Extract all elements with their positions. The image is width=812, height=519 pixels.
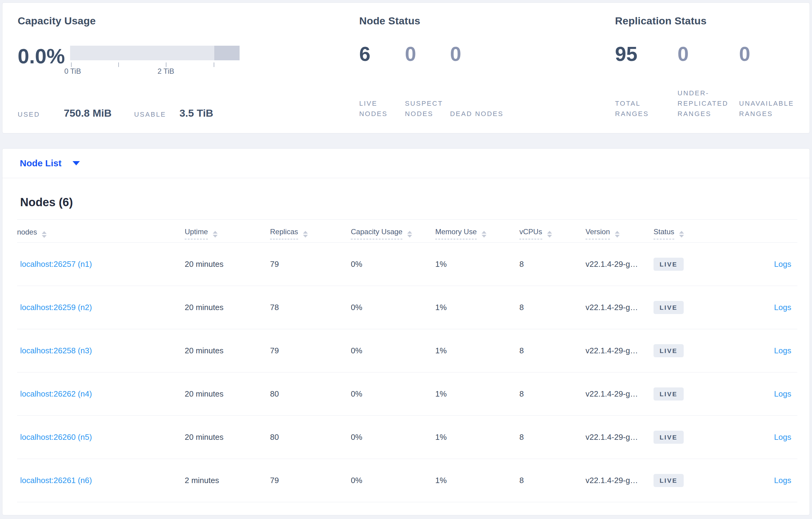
status-badge: LIVE [654,301,684,314]
tick-mark [166,62,167,67]
sort-icon[interactable] [547,231,552,238]
vcpus-cell: 8 [519,260,585,269]
dead-nodes-count: 0 [450,44,615,64]
sort-icon[interactable] [407,231,412,238]
version-cell: v22.1.4-29-g… [585,346,654,356]
node-list-dropdown[interactable]: Node List [2,149,810,178]
tick-mark [214,62,214,67]
live-nodes-label: LIVE NODES [359,98,405,119]
memory-cell: 1% [435,260,519,269]
sort-icon[interactable] [213,231,218,238]
table-footer [17,502,798,514]
uptime-cell: 20 minutes [185,260,270,269]
uptime-cell: 20 minutes [185,432,270,442]
replication-status-panel: Replication Status 95 0 0 TOTAL RANGES U… [615,3,810,133]
table-row: localhost:26258 (n3) 20 minutes 79 0% 1%… [17,329,798,372]
axis-label-0tib: 0 TiB [64,67,81,75]
unavailable-ranges-label: UNAVAILABLE RANGES [739,98,810,119]
capacity-cell: 0% [351,260,435,269]
vcpus-cell: 8 [519,476,585,485]
table-row: localhost:26260 (n5) 20 minutes 80 0% 1%… [17,416,798,459]
vcpus-cell: 8 [519,389,585,399]
used-label: USED [18,111,40,119]
replication-status-title: Replication Status [615,15,810,27]
table-row: localhost:26261 (n6) 2 minutes 79 0% 1% … [17,459,798,502]
vcpus-cell: 8 [519,303,585,312]
status-badge: LIVE [654,431,684,444]
cluster-summary-card: Capacity Usage 0.0% 0 TiB 2 TiB [2,2,810,133]
status-badge: LIVE [654,474,684,487]
sort-icon[interactable] [615,231,620,238]
logs-link[interactable]: Logs [774,346,791,355]
status-badge: LIVE [654,344,684,357]
axis-label-2tib: 2 TiB [157,67,174,75]
uptime-cell: 2 minutes [185,476,270,485]
unavailable-ranges-count: 0 [739,44,810,64]
table-row: localhost:26262 (n4) 20 minutes 80 0% 1%… [17,372,798,416]
replicas-cell: 79 [270,346,351,356]
column-header-version[interactable]: Version [585,227,654,239]
capacity-usage-panel: Capacity Usage 0.0% 0 TiB 2 TiB [2,3,359,133]
live-nodes-count: 6 [359,44,405,64]
status-badge: LIVE [654,388,684,400]
column-header-capacity-usage[interactable]: Capacity Usage [351,227,435,239]
memory-cell: 1% [435,303,519,312]
node-link[interactable]: localhost:26261 (n6) [20,476,92,485]
column-header-memory-use[interactable]: Memory Use [435,227,519,239]
capacity-usage-title: Capacity Usage [18,15,350,27]
logs-link[interactable]: Logs [774,476,791,485]
capacity-cell: 0% [351,476,435,485]
sort-icon[interactable] [303,231,308,238]
capacity-cell: 0% [351,432,435,442]
node-list-card: Node List Nodes (6) nodes Uptime Replica… [2,148,810,515]
status-badge: LIVE [654,258,684,271]
dead-nodes-label: DEAD NODES [450,109,615,119]
capacity-percent-value: 0.0% [18,46,70,66]
version-cell: v22.1.4-29-g… [585,389,654,399]
node-list-dropdown-label[interactable]: Node List [20,158,62,169]
table-row: localhost:26257 (n1) 20 minutes 79 0% 1%… [17,242,798,286]
usable-value: 3.5 TiB [179,107,213,119]
sort-icon[interactable] [482,231,487,238]
table-row: localhost:26259 (n2) 20 minutes 78 0% 1%… [17,286,798,329]
suspect-nodes-label: SUSPECT NODES [405,98,450,119]
capacity-cell: 0% [351,303,435,312]
memory-cell: 1% [435,389,519,399]
logs-link[interactable]: Logs [774,389,791,398]
total-ranges-count: 95 [615,44,677,64]
column-header-nodes[interactable]: nodes [17,228,185,239]
column-header-uptime[interactable]: Uptime [185,227,270,239]
capacity-bar [70,46,239,60]
node-status-panel: Node Status 6 0 0 LIVE NODES SUSPECT NOD… [359,3,615,133]
nodes-heading: Nodes (6) [20,196,798,209]
suspect-nodes-count: 0 [405,44,450,64]
total-ranges-label: TOTAL RANGES [615,98,677,119]
node-link[interactable]: localhost:26259 (n2) [20,303,92,312]
capacity-cell: 0% [351,389,435,399]
uptime-cell: 20 minutes [185,303,270,312]
sort-icon[interactable] [42,231,47,238]
capacity-axis-labels: 0 TiB 2 TiB [70,67,239,76]
logs-link[interactable]: Logs [774,260,791,269]
node-status-title: Node Status [359,15,615,27]
node-link[interactable]: localhost:26262 (n4) [20,389,92,398]
sort-icon[interactable] [679,231,684,238]
nodes-table: nodes Uptime Replicas Capacity Usage Mem… [17,219,798,514]
logs-link[interactable]: Logs [774,432,791,441]
column-header-vcpus[interactable]: vCPUs [519,227,585,239]
node-link[interactable]: localhost:26258 (n3) [20,346,92,355]
column-header-replicas[interactable]: Replicas [270,227,351,239]
logs-link[interactable]: Logs [774,303,791,312]
replicas-cell: 79 [270,260,351,269]
tick-mark [71,62,71,67]
replicas-cell: 79 [270,476,351,485]
column-header-status[interactable]: Status [654,227,724,239]
node-link[interactable]: localhost:26260 (n5) [20,432,92,441]
version-cell: v22.1.4-29-g… [585,476,654,485]
capacity-cell: 0% [351,346,435,356]
usable-label: USABLE [134,111,166,119]
under-replicated-ranges-label: UNDER-REPLICATED RANGES [677,88,739,119]
version-cell: v22.1.4-29-g… [585,432,654,442]
replicas-cell: 78 [270,303,351,312]
node-link[interactable]: localhost:26257 (n1) [20,260,92,269]
